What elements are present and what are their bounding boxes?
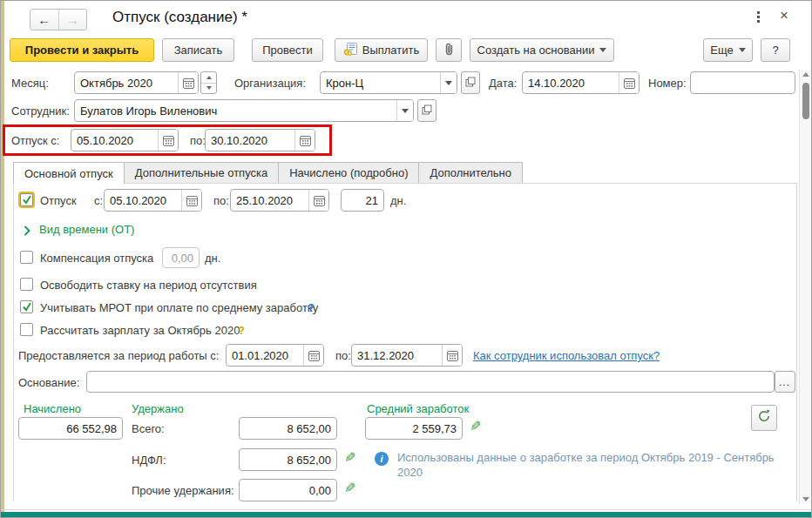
- compensation-unit-label: дн.: [205, 252, 220, 265]
- tab-additional-vacations[interactable]: Дополнительные отпуска: [124, 162, 280, 183]
- release-rate-label: Освободить ставку на период отсутствия: [40, 279, 257, 292]
- compensation-label: Компенсация отпуска: [40, 252, 153, 265]
- compensation-days-field: [162, 247, 200, 268]
- tab-vacation-from-input[interactable]: [105, 190, 181, 211]
- edit-average-pencil-icon[interactable]: ✎: [470, 420, 481, 434]
- basis-label: Основание:: [18, 376, 79, 389]
- forward-button[interactable]: →: [58, 10, 87, 30]
- to-label: по:: [213, 194, 229, 207]
- calc-salary-checkbox[interactable]: [20, 323, 33, 336]
- calendar-icon[interactable]: [442, 345, 462, 366]
- work-period-label: Предоставляется за период работы с:: [18, 349, 219, 362]
- basis-input[interactable]: [86, 371, 775, 393]
- work-period-to-label: по:: [335, 349, 351, 362]
- spinner-down-icon[interactable]: [201, 83, 216, 94]
- mrot-help-icon[interactable]: ?: [308, 301, 315, 314]
- vacation-to-field: [205, 129, 315, 151]
- vertical-scrollbar[interactable]: [799, 70, 812, 504]
- chevron-right-icon[interactable]: [24, 224, 30, 239]
- edit-ndfl-pencil-icon[interactable]: ✎: [344, 451, 355, 465]
- scrollbar-thumb[interactable]: [802, 83, 809, 119]
- calendar-icon[interactable]: [308, 190, 328, 211]
- tab-vacation-to-input[interactable]: [231, 190, 308, 211]
- check-icon: [22, 192, 32, 208]
- spinner-up-icon[interactable]: [201, 72, 216, 83]
- average-earnings-input[interactable]: [365, 417, 463, 440]
- from-label: с:: [94, 194, 103, 207]
- date-field: [522, 71, 639, 94]
- back-button[interactable]: ←: [30, 10, 58, 30]
- work-period-to-input[interactable]: [352, 345, 442, 366]
- month-label: Месяц:: [11, 77, 49, 90]
- date-label: Дата:: [489, 77, 517, 90]
- open-in-window-icon: [465, 75, 476, 91]
- number-input[interactable]: [690, 71, 795, 94]
- compensation-days-input[interactable]: [163, 248, 199, 267]
- calendar-icon[interactable]: [619, 72, 639, 93]
- tab-main-vacation[interactable]: Основной отпуск: [13, 162, 125, 184]
- vacation-to-label: по:: [190, 134, 206, 147]
- accrued-input[interactable]: [18, 417, 123, 440]
- mrot-label: Учитывать МРОТ при оплате по среднему за…: [40, 301, 318, 314]
- tab-accrued-detail[interactable]: Начислено (подробно): [278, 162, 419, 183]
- basis-more-button[interactable]: ...: [775, 371, 795, 393]
- time-type-expander-link[interactable]: Вид времени (ОТ): [39, 223, 134, 236]
- number-label: Номер:: [648, 77, 687, 90]
- page-title: Отпуск (создание) *: [112, 9, 247, 26]
- vacation-usage-link[interactable]: Как сотрудник использовал отпуск?: [473, 349, 660, 362]
- month-spinner[interactable]: [200, 71, 217, 94]
- organization-field: [320, 71, 457, 94]
- vacation-days-input[interactable]: [341, 189, 384, 212]
- earnings-info-message: Использованы данные о заработке за перио…: [397, 450, 791, 480]
- close-icon[interactable]: ×: [780, 7, 788, 24]
- date-input[interactable]: [523, 72, 619, 93]
- work-period-from-field: [226, 344, 324, 367]
- back-arrow-icon: ←: [37, 12, 51, 27]
- attach-button[interactable]: [436, 38, 462, 62]
- info-icon: i: [375, 452, 389, 466]
- create-based-on-button[interactable]: Создать на основании: [470, 38, 614, 62]
- mrot-checkbox[interactable]: [20, 300, 33, 313]
- calendar-icon[interactable]: [181, 190, 201, 211]
- vacation-document-window: ← → Отпуск (создание) * × Провести и зак…: [0, 0, 812, 518]
- refresh-button[interactable]: [751, 405, 777, 431]
- scroll-down-icon[interactable]: [802, 497, 809, 501]
- work-period-to-field: [351, 344, 463, 367]
- calendar-icon[interactable]: [178, 72, 198, 93]
- tab-vacation-from-field: [104, 189, 202, 212]
- calendar-icon[interactable]: [303, 345, 323, 366]
- employee-open-button[interactable]: [417, 99, 436, 122]
- vacation-to-input[interactable]: [206, 130, 294, 151]
- employee-input[interactable]: [75, 100, 396, 121]
- vacation-from-input[interactable]: [71, 130, 158, 151]
- help-button[interactable]: ?: [761, 38, 790, 62]
- other-withholdings-input[interactable]: [239, 479, 337, 501]
- compensation-checkbox[interactable]: [20, 251, 33, 264]
- ndfl-input[interactable]: [239, 448, 337, 471]
- more-button[interactable]: Еще: [703, 38, 753, 62]
- dropdown-icon[interactable]: [440, 72, 457, 93]
- calc-salary-help-icon[interactable]: ?: [238, 324, 245, 337]
- calendar-icon[interactable]: [294, 130, 315, 151]
- post-and-close-button[interactable]: Провести и закрыть: [10, 38, 154, 62]
- organization-input[interactable]: [321, 72, 440, 93]
- vacation-checkbox[interactable]: [20, 193, 33, 206]
- scroll-up-icon[interactable]: [802, 72, 809, 77]
- post-button[interactable]: Провести: [252, 38, 323, 62]
- month-input[interactable]: [75, 72, 178, 93]
- organization-open-button[interactable]: [461, 71, 480, 94]
- withheld-total-input[interactable]: [239, 417, 337, 440]
- release-rate-checkbox[interactable]: [20, 278, 33, 291]
- write-button[interactable]: Записать: [162, 38, 234, 62]
- pay-button[interactable]: Выплатить: [335, 38, 428, 62]
- calendar-icon[interactable]: [158, 130, 178, 151]
- employee-label: Сотрудник:: [11, 104, 70, 118]
- create-based-on-label: Создать на основании: [477, 44, 595, 57]
- work-period-from-input[interactable]: [227, 345, 303, 366]
- edit-other-pencil-icon[interactable]: ✎: [344, 481, 355, 495]
- tab-additional[interactable]: Дополнительно: [418, 162, 523, 183]
- withheld-header: Удержано: [132, 402, 184, 415]
- bottom-divider: [1, 509, 811, 510]
- kebab-menu-icon[interactable]: [757, 11, 760, 23]
- dropdown-icon[interactable]: [396, 100, 413, 121]
